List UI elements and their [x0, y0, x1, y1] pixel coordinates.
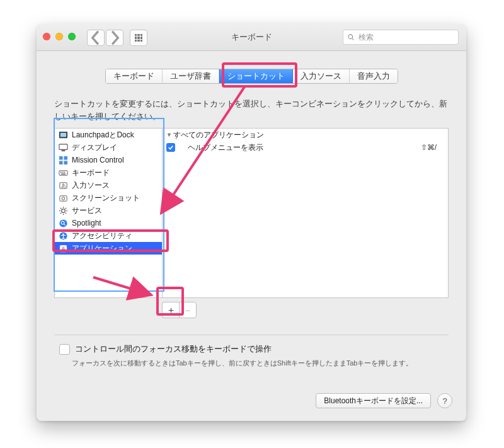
keyboard-icon — [59, 168, 68, 178]
svg-line-26 — [60, 212, 61, 213]
instructions-text: ショートカットを変更するには、ショートカットを選択し、キーコンビネーションをクリ… — [54, 98, 449, 123]
svg-rect-12 — [62, 171, 64, 172]
shortcut-group-label: すべてのアプリケーション — [173, 130, 264, 141]
remove-shortcut-button[interactable]: − — [179, 302, 197, 318]
tab-segmented-control: キーボード ユーザ辞書 ショートカット 入力ソース 音声入力 — [105, 69, 398, 84]
app-icon: A — [59, 244, 68, 253]
category-label: ディスプレイ — [72, 142, 117, 153]
svg-text:あ: あ — [61, 183, 66, 188]
category-label: アクセシビリティ — [72, 231, 132, 241]
svg-rect-11 — [60, 171, 62, 172]
category-list[interactable]: LaunchpadとDock ディスプレイ Mission Control キー… — [54, 128, 163, 298]
category-label: サービス — [72, 205, 102, 216]
keyboard-focus-checkbox[interactable] — [59, 344, 70, 355]
category-input-sources[interactable]: あ 入力ソース — [55, 179, 162, 192]
accessibility-icon — [59, 231, 68, 241]
search-input[interactable] — [357, 32, 454, 42]
category-label: 入力ソース — [72, 180, 110, 191]
svg-point-0 — [348, 35, 353, 39]
launchpad-icon — [59, 130, 68, 140]
forward-button[interactable] — [106, 30, 123, 46]
help-button[interactable]: ? — [437, 393, 452, 408]
toolbar-nav — [87, 30, 147, 46]
tab-shortcuts[interactable]: ショートカット — [219, 69, 293, 83]
svg-rect-5 — [62, 150, 66, 151]
category-launchpad-dock[interactable]: LaunchpadとDock — [55, 129, 162, 141]
search-field[interactable] — [343, 30, 459, 45]
chevron-left-icon — [88, 30, 104, 46]
category-label: LaunchpadとDock — [72, 130, 134, 141]
svg-text:A: A — [62, 246, 66, 252]
svg-point-19 — [62, 209, 66, 212]
shortcut-checkbox[interactable] — [166, 143, 175, 152]
shortcut-list[interactable]: ▼ すべてのアプリケーション ヘルプメニューを表示 ⇧⌘/ — [163, 128, 449, 298]
shortcut-group-row[interactable]: ▼ すべてのアプリケーション — [163, 129, 448, 141]
shortcut-item-row[interactable]: ヘルプメニューを表示 ⇧⌘/ — [163, 141, 448, 154]
category-services[interactable]: サービス — [55, 204, 162, 217]
tab-input-sources[interactable]: 入力ソース — [293, 69, 350, 83]
zoom-window-button[interactable] — [68, 33, 76, 40]
shortcut-keys[interactable]: ⇧⌘/ — [421, 143, 437, 152]
category-keyboard[interactable]: キーボード — [55, 166, 162, 179]
grid-icon — [135, 34, 142, 42]
category-label: アプリケーション — [72, 243, 132, 254]
svg-rect-3 — [60, 132, 66, 137]
bluetooth-keyboard-button[interactable]: Bluetoothキーボードを設定... — [316, 393, 431, 408]
bottom-row: Bluetoothキーボードを設定... ? — [316, 393, 452, 408]
keyboard-focus-row: コントロール間のフォーカス移動をキーボードで操作 — [59, 344, 449, 355]
gear-icon — [59, 206, 68, 215]
tab-user-dictionary[interactable]: ユーザ辞書 — [163, 69, 219, 83]
add-shortcut-button[interactable]: ＋ — [162, 302, 179, 318]
svg-rect-13 — [64, 171, 65, 172]
close-window-button[interactable] — [43, 33, 50, 40]
keyboard-focus-label: コントロール間のフォーカス移動をキーボードで操作 — [75, 344, 272, 355]
keyboard-focus-note: フォーカスを次に移動するときはTabキーを押し、前に戻すときはShiftキーを押… — [72, 359, 449, 368]
shortcut-panes: LaunchpadとDock ディスプレイ Mission Control キー… — [54, 128, 449, 298]
chevron-right-icon — [106, 30, 123, 46]
category-spotlight[interactable]: Spotlight — [55, 217, 162, 229]
svg-rect-17 — [60, 195, 67, 200]
screenshot-icon — [59, 193, 68, 203]
svg-line-25 — [66, 212, 66, 213]
tab-dictation[interactable]: 音声入力 — [350, 69, 398, 83]
check-icon — [168, 144, 174, 151]
category-label: スクリーンショット — [72, 193, 140, 204]
svg-line-1 — [352, 38, 354, 40]
disclosure-triangle-icon[interactable]: ▼ — [166, 132, 172, 138]
input-source-icon: あ — [59, 181, 68, 190]
svg-rect-6 — [59, 156, 63, 159]
mission-control-icon — [59, 156, 68, 165]
search-icon — [347, 33, 355, 41]
svg-point-32 — [62, 233, 64, 234]
add-remove-buttons: ＋ − — [162, 302, 466, 318]
category-mission-control[interactable]: Mission Control — [55, 154, 162, 166]
show-all-button[interactable] — [130, 30, 147, 46]
svg-rect-4 — [59, 144, 67, 149]
minimize-window-button[interactable] — [55, 33, 63, 40]
category-accessibility[interactable]: アクセシビリティ — [55, 229, 162, 242]
spotlight-icon — [59, 219, 68, 228]
svg-line-27 — [66, 207, 66, 208]
svg-point-28 — [59, 219, 67, 227]
svg-rect-14 — [61, 173, 66, 174]
svg-line-24 — [60, 207, 61, 208]
preferences-window: キーボード キーボード ユーザ辞書 ショートカット 入力ソース 音声入力 ショー… — [37, 24, 466, 421]
svg-rect-7 — [64, 156, 67, 159]
category-label: Spotlight — [72, 219, 101, 227]
category-label: Mission Control — [72, 156, 124, 164]
category-applications[interactable]: A アプリケーション — [55, 242, 162, 255]
divider — [54, 335, 449, 335]
category-screenshot[interactable]: スクリーンショット — [55, 192, 162, 204]
svg-rect-9 — [64, 161, 67, 164]
category-display[interactable]: ディスプレイ — [55, 141, 162, 154]
back-button[interactable] — [87, 30, 105, 46]
svg-rect-10 — [59, 170, 67, 175]
display-icon — [59, 143, 68, 152]
category-label: キーボード — [72, 168, 110, 178]
tab-keyboard[interactable]: キーボード — [106, 69, 163, 83]
svg-point-18 — [62, 197, 65, 200]
titlebar: キーボード — [37, 24, 466, 51]
svg-rect-8 — [59, 161, 63, 164]
shortcut-item-label: ヘルプメニューを表示 — [188, 142, 263, 153]
tab-row: キーボード ユーザ辞書 ショートカット 入力ソース 音声入力 — [37, 69, 466, 84]
